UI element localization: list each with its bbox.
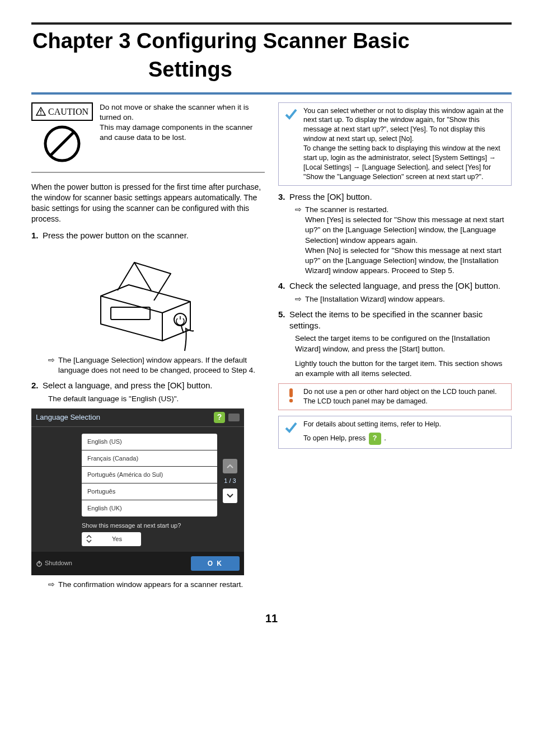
page-up-button[interactable] (223, 459, 237, 473)
help-note-text: For details about setting items, refer t… (303, 420, 507, 445)
step-text: Press the power button on the scanner. (43, 230, 265, 241)
step-4-result-text: The [Installation Wizard] window appears… (305, 294, 445, 304)
keyboard-icon[interactable] (228, 414, 240, 421)
step-3: 3. Press the [OK] button. ⇨ The scanner … (278, 191, 512, 276)
help-note-p2b: . (382, 434, 386, 442)
prohibit-icon (43, 124, 82, 163)
help-icon[interactable]: ? (369, 433, 381, 445)
show-message-section: Show this message at next start up? Yes (31, 519, 244, 552)
caution-text: Do not move or shake the scanner when it… (100, 102, 265, 143)
svg-point-13 (289, 399, 293, 402)
step-text: Check the selected language, and press t… (289, 280, 512, 292)
step-4-result: ⇨ The [Installation Wizard] window appea… (295, 294, 512, 304)
step-text: Select a language, and press the [OK] bu… (43, 380, 265, 391)
step-1: 1. Press the power button on the scanner… (31, 230, 265, 376)
check-icon (283, 420, 299, 435)
chapter-title-line1: Chapter 3 Configuring Scanner Basic (32, 29, 410, 53)
svg-rect-7 (111, 307, 150, 320)
caution-block: CAUTION Do not move or shake the scanner… (31, 102, 265, 166)
step-3-result-p2: When [No] is selected for "Show this mes… (305, 246, 502, 275)
step-5-p2: Lightly touch the button for the target … (295, 359, 512, 379)
step-3-result-body: The scanner is restarted. When [Yes] is … (305, 205, 512, 276)
updown-icon (86, 535, 92, 543)
step-5: 5. Select the items to be specified in t… (278, 309, 512, 379)
chapter-title-line2: Settings (32, 55, 512, 84)
alert-icon (283, 387, 299, 403)
ls-footer: Shutdown O K (31, 552, 244, 575)
check-icon (283, 106, 299, 122)
ok-button[interactable]: O K (191, 556, 240, 571)
alert-box: Do not use a pen or other hard object on… (278, 383, 512, 410)
result-arrow-icon: ⇨ (295, 205, 303, 276)
right-column: You can select whether or not to display… (278, 102, 512, 595)
content-top-rule (31, 22, 512, 25)
alert-text: Do not use a pen or other hard object on… (303, 387, 507, 406)
tip-box: You can select whether or not to display… (278, 102, 512, 186)
page-number: 11 (31, 611, 512, 626)
step-2-note: The default language is "English (US)". (48, 394, 265, 404)
step-number: 4. (278, 280, 289, 292)
step-text: Select the items to be specified in the … (289, 309, 512, 332)
help-note-box: For details about setting items, refer t… (278, 416, 512, 449)
warning-icon (36, 107, 46, 116)
language-list: English (US) Français (Canada) Português… (82, 434, 217, 517)
tip-p2: To change the setting back to displaying… (303, 144, 500, 181)
section-rule (31, 92, 512, 95)
step-5-p1: Select the target items to be configured… (295, 334, 512, 354)
language-option[interactable]: Português (América do Sul) (82, 467, 217, 483)
step-3-result-lead: The scanner is restarted. (305, 205, 388, 214)
step-2-result: ⇨ The confirmation window appears for a … (48, 580, 265, 590)
caution-label: CAUTION (31, 102, 93, 121)
shutdown-label: Shutdown (45, 559, 72, 567)
page-indicator: 1 / 3 (224, 476, 236, 486)
left-column: CAUTION Do not move or shake the scanner… (31, 102, 265, 595)
svg-marker-5 (101, 285, 190, 341)
language-option[interactable]: English (UK) (82, 500, 217, 516)
shutdown-button[interactable]: Shutdown (36, 559, 72, 567)
step-4: 4. Check the selected language, and pres… (278, 280, 512, 304)
language-option[interactable]: English (US) (82, 434, 217, 450)
pager: 1 / 3 (223, 434, 237, 517)
language-option[interactable]: Français (Canada) (82, 450, 217, 467)
chapter-heading: Chapter 3 Configuring Scanner Basic Sett… (31, 27, 512, 84)
power-icon (36, 560, 43, 567)
chevron-down-icon (227, 494, 233, 498)
step-number: 1. (31, 230, 43, 241)
step-number: 3. (278, 191, 289, 203)
step-2-result-text: The confirmation window appears for a sc… (58, 580, 243, 590)
tip-text: You can select whether or not to display… (303, 106, 507, 182)
step-3-result: ⇨ The scanner is restarted. When [Yes] i… (295, 205, 512, 276)
ls-header: Language Selection ? (31, 408, 244, 427)
tip-p1: You can select whether or not to display… (303, 107, 503, 143)
step-number: 2. (31, 380, 43, 391)
caution-icons: CAUTION (31, 102, 93, 166)
svg-line-4 (50, 132, 74, 156)
step-1-result-text: The [Language Selection] window appears.… (58, 355, 265, 375)
caution-label-text: CAUTION (48, 106, 88, 118)
chevron-up-icon (227, 464, 233, 468)
help-note-p2a: To open Help, press (303, 434, 368, 442)
language-option[interactable]: Português (82, 483, 217, 500)
step-2: 2. Select a language, and press the [OK]… (31, 380, 265, 590)
help-note-p1: For details about setting items, refer t… (303, 420, 441, 428)
svg-rect-12 (289, 388, 293, 397)
show-message-label: Show this message at next start up? (82, 522, 237, 530)
svg-point-2 (40, 114, 41, 115)
page-down-button[interactable] (223, 489, 237, 503)
show-message-select[interactable]: Yes (82, 532, 141, 546)
language-selection-screen: Language Selection ? English (US) França… (31, 408, 244, 575)
result-arrow-icon: ⇨ (48, 580, 56, 590)
intro-text: When the power button is pressed for the… (31, 182, 265, 224)
thin-rule (31, 172, 265, 173)
result-arrow-icon: ⇨ (48, 355, 56, 375)
help-icon[interactable]: ? (214, 412, 225, 423)
step-3-result-p1: When [Yes] is selected for "Show this me… (305, 215, 504, 244)
show-message-value: Yes (97, 535, 137, 543)
step-1-result: ⇨ The [Language Selection] window appear… (48, 355, 265, 375)
scanner-illustration (78, 246, 218, 352)
result-arrow-icon: ⇨ (295, 294, 303, 304)
ls-title: Language Selection (36, 412, 100, 422)
step-text: Press the [OK] button. (289, 191, 512, 203)
step-number: 5. (278, 309, 289, 320)
